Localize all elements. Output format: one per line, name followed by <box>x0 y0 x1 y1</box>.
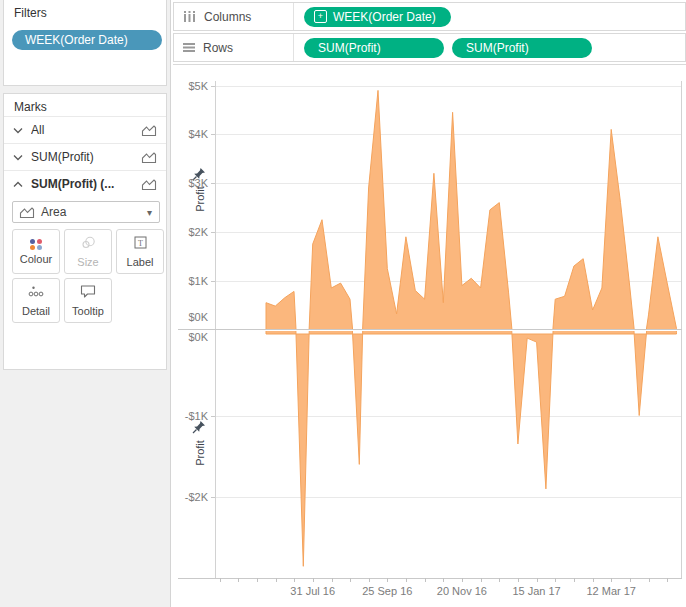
expand-plus-icon[interactable]: + <box>314 10 327 23</box>
marks-title: Marks <box>14 100 47 114</box>
colour-button[interactable]: Colour <box>12 229 60 274</box>
chevron-down-icon[interactable] <box>13 154 25 161</box>
marks-card: Marks All SUM(Profit) <box>3 93 167 370</box>
mark-type-value: Area <box>41 205 147 219</box>
detail-button[interactable]: Detail <box>12 278 60 323</box>
left-panel: Filters WEEK(Order Date) Marks All <box>0 0 171 607</box>
columns-icon <box>183 11 196 22</box>
colour-icon <box>30 239 43 250</box>
marks-row-label: SUM(Profit) <box>31 150 141 164</box>
detail-button-label: Detail <box>22 305 50 317</box>
area-mark-icon <box>19 206 35 219</box>
rows-shelf-label: Rows <box>203 41 233 55</box>
area-mark-icon <box>141 124 157 137</box>
marks-row-all[interactable]: All <box>4 116 166 143</box>
marks-row-sum-profit-1[interactable]: SUM(Profit) <box>4 143 166 170</box>
profit-area-top-panel[interactable] <box>266 90 677 468</box>
rows-pill-sum-profit-1[interactable]: SUM(Profit) <box>304 38 444 58</box>
rows-pill-label: SUM(Profit) <box>466 41 529 55</box>
columns-shelf-label: Columns <box>204 10 251 24</box>
columns-shelf-label-zone: Columns <box>174 3 294 30</box>
marks-row-label: SUM(Profit) (... <box>31 177 141 191</box>
chevron-up-icon[interactable] <box>13 181 25 188</box>
profit-area-chart[interactable] <box>173 65 686 607</box>
rows-pill-sum-profit-2[interactable]: SUM(Profit) <box>452 38 592 58</box>
filter-pill-label: WEEK(Order Date) <box>25 33 128 47</box>
rows-icon <box>183 42 195 53</box>
rows-shelf-label-zone: Rows <box>174 34 294 61</box>
filters-card: Filters WEEK(Order Date) <box>3 0 167 86</box>
size-button: Size <box>64 229 112 274</box>
size-button-label: Size <box>77 256 98 268</box>
chevron-down-icon[interactable] <box>13 127 25 134</box>
chart-view[interactable]: Profit Profit $5K$4K$3K$2K$1K$0K$0K-$1K-… <box>173 64 686 607</box>
rows-pill-label: SUM(Profit) <box>318 41 381 55</box>
label-button-label: Label <box>127 256 154 268</box>
label-icon: T <box>134 235 147 253</box>
chevron-down-icon: ▾ <box>147 207 152 218</box>
columns-pill-label: WEEK(Order Date) <box>333 10 436 24</box>
columns-shelf[interactable]: Columns + WEEK(Order Date) <box>173 2 686 31</box>
area-mark-icon <box>141 151 157 164</box>
area-mark-icon <box>141 178 157 191</box>
marks-row-sum-profit-2[interactable]: SUM(Profit) (... <box>4 170 166 197</box>
rows-shelf[interactable]: Rows SUM(Profit) SUM(Profit) <box>173 33 686 62</box>
colour-button-label: Colour <box>20 253 52 265</box>
label-button[interactable]: T Label <box>116 229 164 274</box>
marks-row-label: All <box>31 123 141 137</box>
filter-pill-week-order-date[interactable]: WEEK(Order Date) <box>12 30 162 50</box>
detail-icon <box>28 284 44 302</box>
mark-type-dropdown[interactable]: Area ▾ <box>12 201 160 223</box>
columns-pill-week-order-date[interactable]: + WEEK(Order Date) <box>304 7 451 27</box>
filters-title: Filters <box>14 6 47 20</box>
svg-text:T: T <box>138 239 143 248</box>
size-icon <box>81 235 96 253</box>
tooltip-button[interactable]: Tooltip <box>64 278 112 323</box>
tooltip-button-label: Tooltip <box>72 305 104 317</box>
tooltip-icon <box>80 284 96 302</box>
